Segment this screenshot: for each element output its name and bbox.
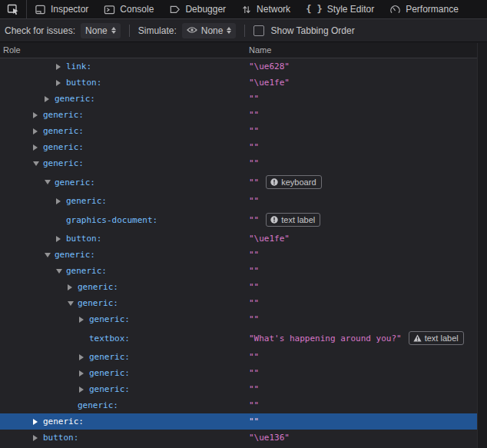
- audit-badge-label: text label: [281, 215, 315, 224]
- tree-row[interactable]: generic: "": [0, 193, 487, 209]
- toolbar-separator: [129, 25, 130, 37]
- warning-icon: [413, 334, 422, 342]
- check-issues-value: None: [85, 25, 108, 36]
- row-role: generic:: [55, 94, 95, 104]
- twisty-icon[interactable]: [33, 435, 41, 441]
- tree-row[interactable]: button: "\ue1fe": [0, 75, 487, 91]
- tree-row[interactable]: generic: "": [0, 107, 487, 123]
- twisty-icon[interactable]: [56, 80, 64, 86]
- twisty-icon[interactable]: [79, 387, 87, 393]
- devtools-tabbar: InspectorConsoleDebuggerNetwork{ }Style …: [0, 0, 487, 19]
- fail-icon: [270, 216, 278, 224]
- pick-element-button[interactable]: [0, 0, 27, 18]
- twisty-icon[interactable]: [33, 419, 41, 425]
- tree-row[interactable]: button: "\ue136": [0, 430, 487, 446]
- tree-row[interactable]: generic: "": [0, 349, 487, 365]
- row-role: generic:: [78, 282, 118, 292]
- tab-label: Debugger: [185, 4, 226, 15]
- row-name: "\ue1fe": [249, 234, 290, 244]
- tab-console[interactable]: Console: [96, 0, 161, 18]
- eye-icon: [187, 25, 197, 36]
- row-role: generic:: [66, 266, 107, 276]
- column-header-role: Role: [0, 45, 249, 55]
- twisty-icon[interactable]: [33, 161, 41, 166]
- pick-element-icon: [7, 3, 19, 15]
- twisty-icon[interactable]: [79, 317, 87, 323]
- tree-row[interactable]: generic: "": [0, 279, 487, 295]
- tree-row[interactable]: generic: "": [0, 397, 487, 413]
- twisty-icon[interactable]: [33, 144, 41, 151]
- vertical-scrollbar[interactable]: [477, 43, 487, 448]
- row-role: generic:: [78, 298, 118, 308]
- simulate-value: None: [201, 25, 224, 36]
- tabbing-order-label: Show Tabbing Order: [270, 25, 354, 36]
- row-name: "": [249, 250, 259, 260]
- twisty-icon[interactable]: [45, 96, 52, 102]
- twisty-icon[interactable]: [79, 370, 87, 377]
- twisty-icon[interactable]: [45, 180, 52, 184]
- row-name: "": [249, 142, 259, 152]
- twisty-icon[interactable]: [56, 236, 64, 242]
- twisty-icon[interactable]: [68, 284, 75, 290]
- twisty-icon[interactable]: [56, 198, 64, 204]
- audit-badge-text-label: text label: [409, 331, 464, 345]
- twisty-icon[interactable]: [56, 269, 64, 274]
- tab-label: Console: [120, 4, 154, 15]
- row-name: "": [249, 215, 259, 225]
- twisty-icon[interactable]: [45, 253, 52, 257]
- tab-label: Style Editor: [327, 4, 374, 15]
- tab-performance[interactable]: Performance: [382, 0, 466, 18]
- simulate-label: Simulate:: [138, 25, 177, 36]
- tree-row[interactable]: generic: "": [0, 365, 487, 381]
- row-name: "What's happening around you?": [249, 334, 402, 343]
- audit-badge-keyboard: keyboard: [266, 175, 321, 189]
- audit-badge-label: keyboard: [281, 178, 316, 187]
- simulate-select[interactable]: None: [182, 23, 237, 38]
- tabbing-order-checkbox[interactable]: [253, 25, 264, 36]
- row-role: button:: [66, 234, 101, 244]
- row-role: generic:: [55, 178, 95, 187]
- row-role: generic:: [89, 314, 130, 324]
- twisty-icon[interactable]: [68, 301, 75, 306]
- row-name: "": [249, 158, 259, 168]
- tab-debugger[interactable]: Debugger: [161, 0, 234, 18]
- tree-row[interactable]: generic: "": [0, 155, 487, 171]
- row-name: "": [249, 368, 259, 378]
- tree-row[interactable]: generic: "": [0, 247, 487, 263]
- twisty-icon[interactable]: [79, 354, 87, 360]
- tree-row[interactable]: generic: "" keyboard: [0, 171, 487, 193]
- tree-row[interactable]: generic: "": [0, 91, 487, 107]
- row-name: "": [249, 416, 259, 426]
- tree-row[interactable]: generic: "": [0, 123, 487, 139]
- row-role: generic:: [43, 126, 84, 136]
- tree-row[interactable]: generic: "": [0, 139, 487, 155]
- row-name: "\ue1fe": [249, 78, 290, 88]
- tree-row[interactable]: generic: "": [0, 413, 487, 430]
- tree-row[interactable]: button: "\ue1fe": [0, 231, 487, 247]
- tab-style-editor[interactable]: { }Style Editor: [298, 0, 382, 18]
- tree-row[interactable]: graphics-document: "" text label: [0, 209, 487, 231]
- tree-row[interactable]: generic: "": [0, 381, 487, 397]
- row-role: generic:: [89, 352, 130, 362]
- tree-row[interactable]: generic: "": [0, 295, 487, 311]
- row-role: generic:: [89, 384, 130, 394]
- check-for-issues-label: Check for issues:: [5, 25, 75, 36]
- row-name: "": [249, 266, 259, 276]
- audit-badge-label: text label: [425, 334, 459, 343]
- style-editor-icon: { }: [306, 4, 323, 15]
- tree-row[interactable]: generic: "": [0, 311, 487, 327]
- row-role: button:: [66, 78, 101, 88]
- row-name: "": [249, 282, 259, 292]
- twisty-icon[interactable]: [33, 128, 41, 134]
- tab-inspector[interactable]: Inspector: [27, 0, 96, 18]
- check-issues-select[interactable]: None: [81, 23, 121, 38]
- tree-row[interactable]: generic: "": [0, 263, 487, 279]
- debugger-icon: [169, 4, 181, 15]
- tree-row[interactable]: link: "\ue628": [0, 58, 487, 75]
- tree-row[interactable]: textbox: "What's happening around you?" …: [0, 327, 487, 349]
- tab-network[interactable]: Network: [234, 0, 298, 18]
- select-updown-icon: [227, 27, 231, 34]
- network-icon: [241, 4, 252, 15]
- twisty-icon[interactable]: [56, 64, 64, 70]
- twisty-icon[interactable]: [33, 112, 41, 118]
